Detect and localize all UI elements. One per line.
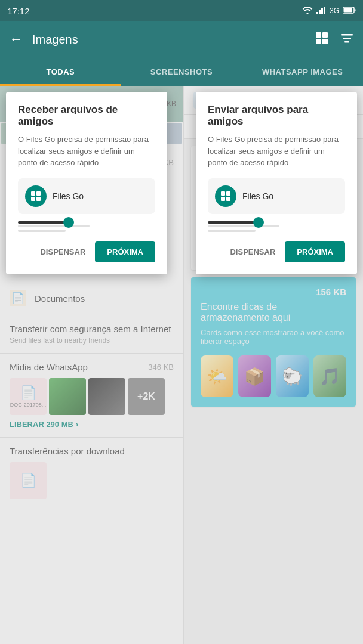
svg-rect-1 xyxy=(319,10,321,14)
svg-rect-28 xyxy=(221,197,225,201)
popup-toggle-bar-left xyxy=(18,221,72,224)
popup-receive-app-icon xyxy=(25,185,47,207)
svg-rect-10 xyxy=(322,39,328,44)
tabs: TODAS SCREENSHOTS WHATSAPP IMAGES xyxy=(0,57,363,86)
tab-whatsapp[interactable]: WHATSAPP IMAGES xyxy=(242,57,363,86)
tab-todas[interactable]: TODAS xyxy=(0,57,121,86)
svg-rect-6 xyxy=(355,9,356,11)
popup-line-4 xyxy=(208,230,256,232)
popup-send: Enviar arquivos para amigos O Files Go p… xyxy=(196,92,357,274)
svg-rect-29 xyxy=(226,197,230,201)
next-send-button[interactable]: PRÓXIMA xyxy=(285,242,345,262)
wifi-icon xyxy=(302,6,313,16)
popup-send-app: Files Go xyxy=(208,178,345,214)
popup-line-1 xyxy=(18,225,90,227)
popup-toggle-dot-right xyxy=(253,217,264,228)
main-content: Arquivos recebidos 105 KB 📥 Arquivos rec… xyxy=(0,86,363,644)
popup-send-actions: DISPENSAR PRÓXIMA xyxy=(208,242,345,262)
svg-rect-26 xyxy=(221,191,225,196)
popup-toggle-dot-left xyxy=(63,217,74,228)
dismiss-send-button[interactable]: DISPENSAR xyxy=(230,247,275,256)
svg-rect-23 xyxy=(36,191,41,196)
back-button[interactable]: ← xyxy=(10,32,23,47)
status-bar: 17:12 3G xyxy=(0,0,363,21)
popup-receive: Receber arquivos de amigos O Files Go pr… xyxy=(6,92,167,274)
popup-line-2 xyxy=(18,230,66,232)
popup-send-title: Enviar arquivos para amigos xyxy=(208,104,345,128)
svg-rect-5 xyxy=(344,8,352,12)
status-time: 17:12 xyxy=(7,6,30,16)
battery-icon xyxy=(343,7,356,16)
grid-view-icon[interactable] xyxy=(315,32,328,48)
svg-rect-3 xyxy=(324,7,325,14)
svg-rect-2 xyxy=(321,8,323,14)
svg-rect-8 xyxy=(322,32,328,38)
svg-rect-0 xyxy=(316,12,318,14)
svg-rect-24 xyxy=(31,197,35,201)
svg-rect-13 xyxy=(344,41,349,43)
popup-receive-actions: DISPENSAR PRÓXIMA xyxy=(18,242,155,262)
filter-icon[interactable] xyxy=(340,32,353,48)
svg-rect-27 xyxy=(226,191,230,196)
popup-toggle-bar-right xyxy=(208,221,262,224)
popup-receive-app: Files Go xyxy=(18,178,155,214)
popup-send-body: O Files Go precisa de permissão para loc… xyxy=(208,134,345,169)
popup-receive-body: O Files Go precisa de permissão para loc… xyxy=(18,134,155,169)
svg-rect-12 xyxy=(343,38,351,39)
popup-receive-title: Receber arquivos de amigos xyxy=(18,104,155,128)
popup-send-app-icon xyxy=(215,185,236,207)
page-title: Imagens xyxy=(32,33,306,47)
svg-rect-11 xyxy=(341,34,353,36)
popup-send-toggle xyxy=(208,221,345,232)
popup-receive-app-name: Files Go xyxy=(53,191,84,201)
svg-rect-9 xyxy=(316,39,321,44)
popup-send-app-name: Files Go xyxy=(242,191,273,201)
app-bar: ← Imagens xyxy=(0,21,363,57)
svg-rect-22 xyxy=(31,191,35,196)
status-icons: 3G xyxy=(302,6,356,16)
tab-screenshots[interactable]: SCREENSHOTS xyxy=(121,57,242,86)
next-receive-button[interactable]: PRÓXIMA xyxy=(95,242,155,262)
app-bar-icons xyxy=(315,32,353,48)
dismiss-receive-button[interactable]: DISPENSAR xyxy=(40,247,85,256)
popup-line-3 xyxy=(208,225,279,227)
svg-rect-7 xyxy=(316,32,321,38)
svg-rect-25 xyxy=(36,197,41,201)
network-label: 3G xyxy=(330,7,339,15)
signal-icon xyxy=(316,6,326,16)
popup-receive-toggle xyxy=(18,221,155,232)
